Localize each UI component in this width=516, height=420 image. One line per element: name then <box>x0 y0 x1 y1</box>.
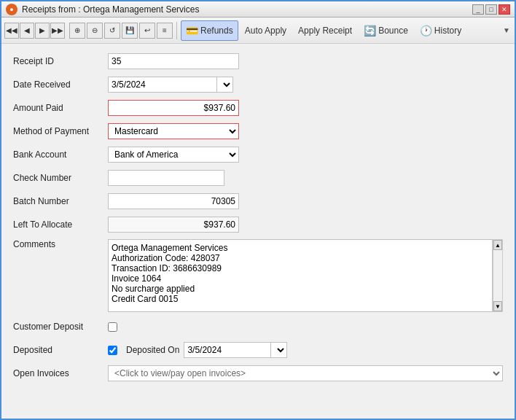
refunds-button[interactable]: 💳 Refunds <box>181 20 238 41</box>
add-button[interactable]: ⊕ <box>69 23 85 39</box>
date-received-input[interactable] <box>108 77 217 93</box>
comments-row: Comments Ortega Management Services Auth… <box>13 239 503 312</box>
history-button[interactable]: 🕐 History <box>415 20 466 41</box>
scroll-up-arrow[interactable]: ▲ <box>493 240 502 250</box>
toolbar-dropdown-arrow[interactable]: ▼ <box>501 26 512 34</box>
deposited-on-label: Deposited On <box>126 345 179 355</box>
customer-deposit-row: Customer Deposit <box>13 318 503 335</box>
check-number-row: Check Number <box>13 169 503 187</box>
batch-number-input[interactable] <box>108 193 239 209</box>
bounce-icon: 🔄 <box>364 25 376 36</box>
customer-deposit-checkbox[interactable] <box>108 322 117 332</box>
auto-apply-button[interactable]: Auto Apply <box>240 20 292 41</box>
minimize-button[interactable]: _ <box>472 4 484 15</box>
left-to-allocate-row: Left To Allocate <box>13 216 503 233</box>
open-invoices-label: Open Invoices <box>13 368 108 378</box>
nav-prev-button[interactable]: ◀ <box>20 23 34 39</box>
apply-receipt-button[interactable]: Apply Receipt <box>293 20 357 41</box>
nav-next-button[interactable]: ▶ <box>35 23 50 39</box>
method-of-payment-label: Method of Payment <box>13 126 108 136</box>
nav-last-button[interactable]: ▶▶ <box>50 23 65 39</box>
amount-paid-label: Amount Paid <box>13 103 108 113</box>
main-window: ● Receipts from : Ortega Management Serv… <box>0 0 516 420</box>
toolbar: ◀◀ ◀ ▶ ▶▶ ⊕ ⊖ ↺ 💾 ↩ ≡ 💳 Refunds Auto App… <box>1 18 515 44</box>
batch-number-label: Batch Number <box>13 196 108 206</box>
bank-account-select[interactable]: Bank of America Chase Wells Fargo <box>108 147 239 163</box>
deposited-row: Deposited Deposited On <box>13 341 503 359</box>
save-button[interactable]: 💾 <box>122 23 138 39</box>
list-button[interactable]: ≡ <box>157 23 173 39</box>
open-invoices-select[interactable]: <Click to view/pay open invoices> <box>108 365 503 381</box>
open-invoices-row: Open Invoices <Click to view/pay open in… <box>13 365 503 382</box>
method-of-payment-row: Method of Payment Mastercard Visa Cash C… <box>13 122 503 140</box>
bank-account-label: Bank Account <box>13 149 108 160</box>
deposited-on-input[interactable] <box>184 342 271 358</box>
form-content: Receipt ID Date Received Amount Paid Met… <box>1 44 515 419</box>
nav-first-button[interactable]: ◀◀ <box>4 23 19 39</box>
toolbar-end: ▼ <box>501 26 512 34</box>
receipt-id-label: Receipt ID <box>13 56 108 66</box>
comments-textarea[interactable]: Ortega Management Services Authorization… <box>108 239 493 312</box>
left-to-allocate-label: Left To Allocate <box>13 219 108 230</box>
deposited-checkbox[interactable] <box>108 346 117 355</box>
scroll-down-arrow[interactable]: ▼ <box>493 301 502 311</box>
left-to-allocate-input[interactable] <box>108 217 239 233</box>
comments-label: Comments <box>13 239 108 249</box>
maximize-button[interactable]: □ <box>485 4 497 15</box>
receipt-id-input[interactable] <box>108 53 239 69</box>
history-label: History <box>434 26 461 36</box>
delete-button[interactable]: ⊖ <box>87 23 103 39</box>
date-received-dropdown[interactable] <box>217 77 233 93</box>
apply-receipt-label: Apply Receipt <box>298 26 352 36</box>
bounce-label: Bounce <box>378 26 408 36</box>
window-title: Receipts from : Ortega Management Servic… <box>22 4 199 15</box>
date-received-label: Date Received <box>13 79 108 90</box>
undo-button[interactable]: ↩ <box>139 23 155 39</box>
refunds-label: Refunds <box>200 26 233 36</box>
comments-scrollbar[interactable]: ▲ ▼ <box>493 239 503 312</box>
app-icon: ● <box>6 4 17 15</box>
history-icon: 🕐 <box>420 25 432 36</box>
comments-wrapper: Ortega Management Services Authorization… <box>108 239 503 312</box>
check-number-input[interactable] <box>108 170 224 186</box>
date-received-row: Date Received <box>13 76 503 93</box>
close-button[interactable]: ✕ <box>499 4 510 15</box>
deposited-on-dropdown[interactable] <box>271 342 287 358</box>
toolbar-separator <box>176 22 177 39</box>
auto-apply-label: Auto Apply <box>245 26 286 36</box>
refresh-button[interactable]: ↺ <box>104 23 120 39</box>
nav-buttons: ◀◀ ◀ ▶ ▶▶ <box>4 23 65 39</box>
check-number-label: Check Number <box>13 173 108 183</box>
bank-account-row: Bank Account Bank of America Chase Wells… <box>13 146 503 163</box>
window-controls: _ □ ✕ <box>472 4 510 15</box>
receipt-id-row: Receipt ID <box>13 52 503 70</box>
refunds-icon: 💳 <box>186 25 198 36</box>
title-bar: ● Receipts from : Ortega Management Serv… <box>1 1 515 18</box>
batch-number-row: Batch Number <box>13 192 503 210</box>
amount-paid-input[interactable] <box>108 100 239 116</box>
method-of-payment-select[interactable]: Mastercard Visa Cash Check <box>108 123 239 139</box>
title-bar-left: ● Receipts from : Ortega Management Serv… <box>6 4 199 15</box>
bounce-button[interactable]: 🔄 Bounce <box>359 20 413 41</box>
amount-paid-row: Amount Paid <box>13 99 503 117</box>
deposited-label: Deposited <box>13 345 108 355</box>
customer-deposit-label: Customer Deposit <box>13 322 108 332</box>
